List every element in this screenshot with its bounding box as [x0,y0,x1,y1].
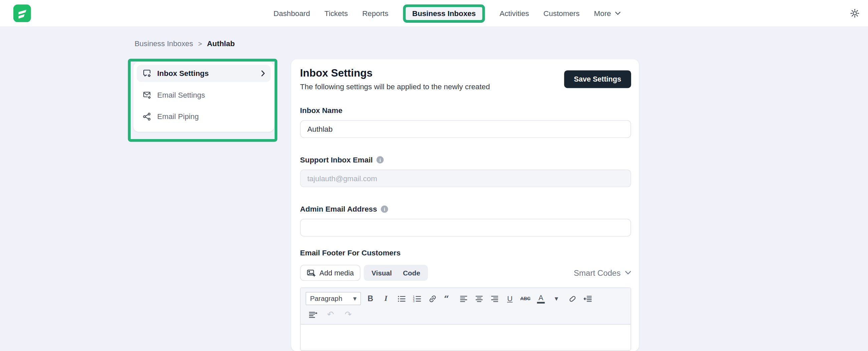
bold-button[interactable]: B [364,292,376,305]
breadcrumb-current: Authlab [207,39,235,48]
rich-text-editor: Paragraph ▼ B I [300,288,631,351]
admin-email-label: Admin Email Address [300,205,377,213]
smart-codes-label: Smart Codes [574,268,620,277]
toolbar-row-1: Paragraph ▼ B I [306,292,626,305]
text-color-button[interactable]: A [535,292,547,305]
nav-customers[interactable]: Customers [544,9,580,18]
add-media-icon [307,268,316,277]
admin-email-input[interactable] [300,219,631,237]
select-caret-icon: ▼ [353,296,356,301]
add-media-label: Add media [319,269,354,277]
toolbar-row-2: ↶ ↷ [306,308,626,321]
inbox-settings-panel: Inbox Settings The following settings wi… [291,59,639,351]
breadcrumb: Business Inboxes > Authlab [135,39,235,48]
svg-text:3: 3 [413,299,414,302]
outdent-icon[interactable] [581,292,593,305]
sidebar-item-email-settings[interactable]: Email Settings [137,86,271,103]
annotation-box-nav: Business Inboxes [403,4,486,22]
paste-as-text-icon[interactable] [307,308,319,321]
chevron-right-icon [261,70,265,76]
settings-gear-icon[interactable] [849,8,860,19]
text-color-caret-icon[interactable]: ▼ [550,292,562,305]
tab-code[interactable]: Code [397,269,426,276]
support-inbox-email-input[interactable] [300,170,631,187]
clear-formatting-icon[interactable] [566,292,578,305]
align-center-icon[interactable] [473,292,485,305]
field-admin-email: Admin Email Address i [300,205,631,236]
align-right-icon[interactable] [488,292,500,305]
text-color-glyph: A [538,294,543,301]
email-footer-label: Email Footer For Customers [300,249,631,257]
main-navigation: Dashboard Tickets Reports Business Inbox… [274,0,620,27]
field-inbox-name: Inbox Name [300,106,631,138]
chevron-down-icon [615,12,620,15]
nav-tickets[interactable]: Tickets [324,9,348,18]
redo-icon[interactable]: ↷ [342,308,354,321]
format-select-value: Paragraph [310,295,353,302]
page-title: Inbox Settings [300,67,490,79]
email-piping-icon [142,112,152,121]
top-navbar: Dashboard Tickets Reports Business Inbox… [0,0,868,27]
sidebar-item-inbox-settings[interactable]: Inbox Settings [137,65,271,82]
sidebar-item-label: Email Piping [157,112,265,121]
link-icon[interactable] [426,292,438,305]
settings-sidebar: Inbox Settings Email Settings [133,62,274,132]
strikethrough-button[interactable]: ABC [519,292,531,305]
nav-reports[interactable]: Reports [362,9,388,18]
sidebar-item-label: Email Settings [157,91,265,99]
save-settings-button[interactable]: Save Settings [564,70,631,88]
editor-toolbar: Paragraph ▼ B I [301,288,631,325]
sidebar-item-email-piping[interactable]: Email Piping [137,108,271,125]
paragraph-format-select[interactable]: Paragraph ▼ [306,292,361,305]
nav-business-inboxes[interactable]: Business Inboxes [406,7,483,20]
numbered-list-icon[interactable]: 1 2 3 [411,292,423,305]
info-icon[interactable]: i [376,156,384,164]
page-subtitle: The following settings will be applied t… [300,83,490,91]
breadcrumb-business-inboxes[interactable]: Business Inboxes [135,39,193,48]
field-email-footer: Email Footer For Customers Add media [300,249,631,351]
nav-more-label: More [594,9,611,18]
breadcrumb-separator: > [198,39,202,47]
app-screen: Dashboard Tickets Reports Business Inbox… [0,0,868,351]
blockquote-icon[interactable]: “ [442,292,454,305]
tab-visual[interactable]: Visual [366,269,398,276]
underline-button[interactable]: U [504,292,516,305]
editor-controls-row: Add media Visual Code Smart Codes [300,265,631,281]
svg-text:“: “ [444,294,449,303]
nav-activities[interactable]: Activities [499,9,529,18]
support-inbox-email-label: Support Inbox Email [300,156,373,164]
inbox-name-input[interactable] [300,120,631,138]
info-icon[interactable]: i [381,206,388,213]
app-logo [13,4,31,22]
panel-header: Inbox Settings The following settings wi… [300,67,631,91]
editor-mode-tabs: Visual Code [364,265,428,281]
sidebar-item-label: Inbox Settings [157,69,256,78]
italic-button[interactable]: I [380,292,392,305]
inbox-settings-icon [142,68,152,78]
chevron-down-icon [625,271,631,275]
undo-icon[interactable]: ↶ [324,308,336,321]
nav-more[interactable]: More [594,9,620,18]
smart-codes-dropdown[interactable]: Smart Codes [574,268,631,277]
editor-content-area[interactable] [301,325,631,350]
email-settings-icon [142,90,152,99]
nav-dashboard[interactable]: Dashboard [274,9,310,18]
inbox-name-label: Inbox Name [300,106,631,115]
add-media-button[interactable]: Add media [300,265,361,281]
bullet-list-icon[interactable] [395,292,407,305]
align-left-icon[interactable] [457,292,469,305]
field-support-inbox-email: Support Inbox Email i [300,156,631,187]
